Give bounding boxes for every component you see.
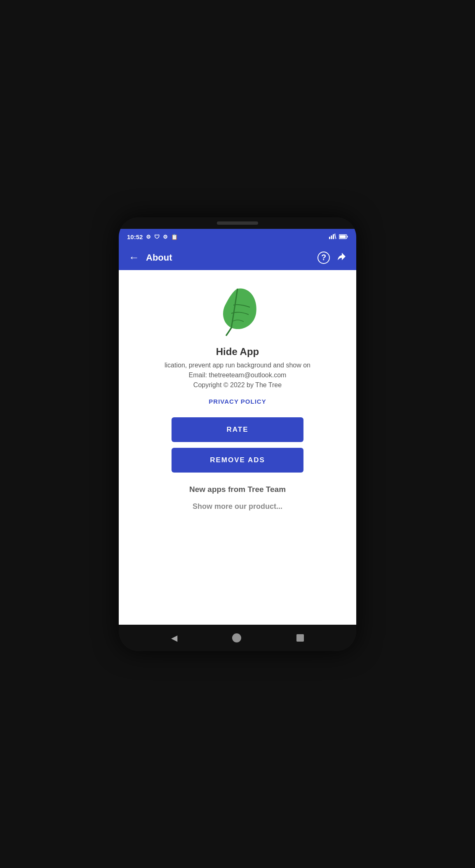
back-nav-button[interactable]: ◀	[171, 633, 177, 643]
home-nav-button[interactable]	[232, 633, 241, 642]
remove-ads-button[interactable]: REMOVE ADS	[172, 448, 303, 473]
bottom-nav-bar: ◀	[119, 625, 356, 651]
help-button[interactable]: ?	[317, 252, 330, 264]
share-button[interactable]	[333, 248, 350, 267]
clipboard-icon: 📋	[171, 234, 178, 240]
status-bar: 10:52 ⚙ 🛡 ⚙ 📋	[119, 229, 356, 245]
notch-pill	[217, 221, 258, 225]
back-button[interactable]: ←	[125, 248, 143, 267]
app-icon	[211, 282, 264, 338]
svg-rect-7	[347, 236, 348, 238]
shield-icon: 🛡	[154, 234, 160, 240]
app-description: lication, prevent app run background and…	[127, 362, 348, 369]
svg-rect-2	[333, 234, 334, 239]
recents-nav-button[interactable]	[296, 634, 304, 642]
show-more-link[interactable]: Show more our product...	[193, 502, 282, 511]
privacy-policy-link[interactable]: PRIVACY POLICY	[209, 398, 266, 405]
rate-button[interactable]: RATE	[172, 417, 303, 442]
page-title: About	[146, 252, 317, 263]
phone-top-bar	[119, 217, 356, 229]
svg-rect-0	[329, 237, 330, 239]
content-area: Hide App lication, prevent app run backg…	[119, 270, 356, 625]
signal-icon	[329, 233, 336, 240]
phone-frame: 10:52 ⚙ 🛡 ⚙ 📋	[119, 217, 356, 651]
gear2-icon: ⚙	[163, 234, 168, 240]
app-name: Hide App	[216, 346, 259, 358]
svg-rect-1	[331, 235, 332, 239]
app-bar: ← About ?	[119, 245, 356, 270]
status-right	[329, 233, 348, 240]
new-apps-title: New apps from Tree Team	[189, 485, 286, 494]
app-copyright: Copyright © 2022 by The Tree	[193, 381, 282, 389]
app-email: Email: thetreeteam@outlook.com	[189, 372, 287, 379]
time-display: 10:52	[127, 233, 143, 240]
status-left: 10:52 ⚙ 🛡 ⚙ 📋	[127, 233, 178, 240]
settings-icon: ⚙	[146, 234, 151, 240]
svg-rect-6	[340, 235, 346, 238]
app-bar-actions: ?	[317, 248, 350, 267]
battery-icon	[339, 234, 348, 240]
